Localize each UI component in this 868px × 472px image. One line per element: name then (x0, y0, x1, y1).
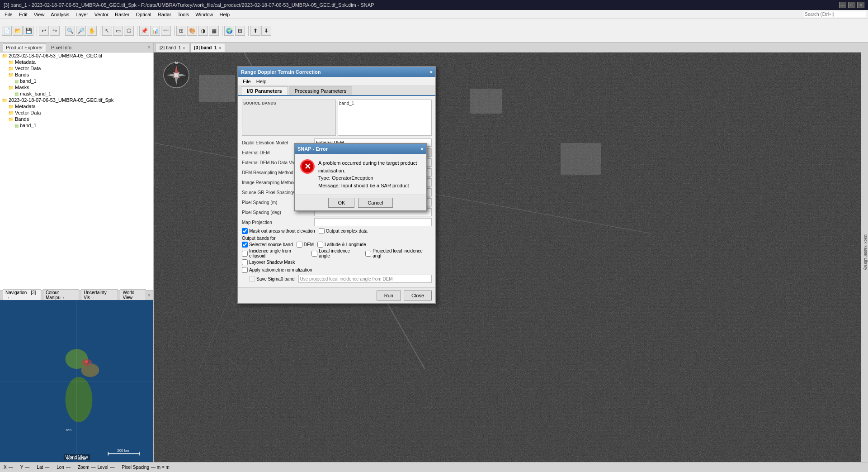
minimize-button[interactable]: — (839, 2, 846, 8)
rd-output-complex-checkbox[interactable] (319, 228, 325, 234)
close-button[interactable]: × (857, 2, 864, 8)
se-ok-button[interactable]: OK (328, 198, 354, 208)
tree-item[interactable]: 📁2023-02-18-07-06-53_UMBRA-05_GEC.tif (0, 52, 153, 59)
rd-incidence-ellipsoid-checkbox[interactable] (242, 251, 248, 257)
rd-title-bar[interactable]: Range Doppler Terrain Correction × (238, 67, 435, 77)
menu-tools[interactable]: Tools (175, 11, 192, 18)
tree-item[interactable]: 📁Bands (0, 72, 153, 78)
select-button[interactable]: ↖ (102, 26, 112, 36)
save-button[interactable]: 💾 (24, 26, 33, 36)
open-button[interactable]: 📂 (13, 26, 23, 36)
tree-item[interactable]: 📁Metadata (0, 103, 153, 110)
undo-button[interactable]: ↩ (39, 26, 49, 36)
image-viewport: N Range Doppler Terrain Correction × Fil… (154, 52, 861, 462)
rd-close-button[interactable]: Close (404, 291, 432, 300)
se-error-icon: ✕ (300, 159, 315, 174)
tab-pixel-info[interactable]: Pixel Info (48, 43, 75, 52)
rectangle-button[interactable]: ▭ (113, 26, 123, 36)
maximize-button[interactable]: □ (848, 2, 855, 8)
contrast-button[interactable]: ◑ (198, 26, 208, 36)
rd-tab-io[interactable]: I/O Parameters (241, 86, 288, 95)
rd-projected-local-checkbox[interactable] (365, 251, 371, 257)
spectrum-button[interactable]: 〰 (161, 26, 171, 36)
img-tab-band1-2[interactable]: [2] band_1 × (156, 43, 189, 52)
menu-view[interactable]: View (31, 11, 47, 18)
tab-uncertainty[interactable]: Uncertainty Vis→ (81, 289, 118, 301)
menu-edit[interactable]: Edit (16, 11, 30, 18)
tree-item[interactable]: 📁Bands (0, 116, 153, 122)
rd-run-button[interactable]: Run (377, 291, 401, 300)
search-input[interactable] (803, 11, 866, 18)
svg-rect-18 (199, 75, 235, 102)
tab-world-view[interactable]: World View (120, 289, 146, 301)
rd-menu-file[interactable]: File (240, 78, 254, 85)
new-button[interactable]: 📄 (2, 26, 12, 36)
tab-colour-manip[interactable]: Colour Manipu→ (43, 289, 79, 301)
color-button[interactable]: 🎨 (187, 26, 197, 36)
rd-dialog-buttons: Run Close (238, 287, 435, 303)
menu-file[interactable]: File (2, 11, 15, 18)
tab-product-explorer[interactable]: Product Explorer (3, 43, 46, 52)
zoom-in-button[interactable]: 🔍 (65, 26, 75, 36)
tree-item[interactable]: 📁Vector Data (0, 110, 153, 116)
nav-panel-header: Navigation - [3] → Colour Manipu→ Uncert… (0, 290, 153, 300)
img-tab-close-2[interactable]: × (183, 46, 185, 50)
rd-layover-checkbox[interactable] (242, 259, 248, 265)
rd-normalization-checkbox[interactable] (242, 267, 248, 273)
se-cancel-button[interactable]: Cancel (358, 198, 392, 208)
img-tab-label-3: [3] band_1 (194, 45, 217, 50)
histogram-button[interactable]: ▦ (209, 26, 219, 36)
tree-item[interactable]: 📁2023-02-18-07-06-53_UMBRA-05_GEC.tif_Sp… (0, 97, 153, 103)
tab-navigation[interactable]: Navigation - [3] → (3, 289, 41, 301)
tree-item[interactable]: ▦band_1 (0, 122, 153, 129)
layer-button[interactable]: ⊞ (176, 26, 186, 36)
panel-close-button[interactable]: × (148, 45, 151, 50)
menu-layer[interactable]: Layer (73, 11, 91, 18)
se-msg-line2: Type: OperatorException (318, 175, 373, 181)
world-button[interactable]: 🌍 (224, 26, 234, 36)
menu-vector[interactable]: Vector (92, 11, 111, 18)
rd-tab-processing[interactable]: Processing Parameters (289, 86, 352, 95)
menu-optical[interactable]: Optical (133, 11, 154, 18)
rd-dem-output-checkbox[interactable] (297, 242, 302, 248)
zoom-out-button[interactable]: 🔎 (76, 26, 86, 36)
rd-menu-help[interactable]: Help (254, 78, 269, 85)
tree-item[interactable]: 📁Metadata (0, 59, 153, 65)
rd-lat-lon-checkbox[interactable] (317, 242, 323, 248)
tree-item[interactable]: 📁Vector Data (0, 65, 153, 72)
polygon-button[interactable]: ⬠ (124, 26, 134, 36)
rd-mask-checkbox[interactable] (242, 228, 248, 234)
tree-item[interactable]: ▦mask_band_1 (0, 91, 153, 97)
status-y-value: — (25, 465, 29, 470)
se-title-bar[interactable]: SNAP - Error × (295, 144, 426, 154)
tree-item[interactable]: 📁Masks (0, 84, 153, 91)
menu-window[interactable]: Window (193, 11, 216, 18)
pan-button[interactable]: ✋ (87, 26, 97, 36)
menu-raster[interactable]: Raster (112, 11, 132, 18)
menu-analysis[interactable]: Analysis (48, 11, 72, 18)
img-tab-band1-3[interactable]: [3] band_1 × (190, 43, 225, 52)
left-panel: Product Explorer Pixel Info × 📁2023-02-1… (0, 43, 154, 462)
menu-help[interactable]: Help (217, 11, 232, 18)
rd-use-projected-input[interactable] (298, 275, 432, 283)
redo-button[interactable]: ↪ (50, 26, 60, 36)
se-title-text: SNAP - Error (297, 146, 328, 152)
rd-local-incidence-checkbox[interactable] (311, 251, 317, 257)
img-tab-close-3[interactable]: × (219, 46, 221, 50)
rd-close-button[interactable]: × (430, 69, 433, 75)
grid-button[interactable]: ⊞ (235, 26, 245, 36)
menu-radar[interactable]: Radar (155, 11, 174, 18)
status-pixel-spacing-value: — m = m (151, 465, 170, 470)
rd-map-projection-input[interactable] (314, 218, 432, 226)
se-close-button[interactable]: × (421, 146, 424, 152)
toolbar: 📄 📂 💾 ↩ ↪ 🔍 🔎 ✋ ↖ ▭ ⬠ 📌 📊 〰 ⊞ 🎨 ◑ ▦ 🌍 ⊞ … (0, 19, 868, 43)
tree-item[interactable]: ▦band_1 (0, 78, 153, 84)
chart-button[interactable]: 📊 (150, 26, 160, 36)
import-button[interactable]: ⬆ (250, 26, 260, 36)
nav-panel-close[interactable]: × (148, 293, 151, 298)
export-button[interactable]: ⬇ (261, 26, 271, 36)
pin-button[interactable]: 📌 (139, 26, 149, 36)
rd-save-sigma-checkbox[interactable] (249, 276, 255, 282)
rd-selected-source-checkbox[interactable] (242, 242, 248, 248)
se-dialog-buttons: OK Cancel (295, 195, 426, 210)
